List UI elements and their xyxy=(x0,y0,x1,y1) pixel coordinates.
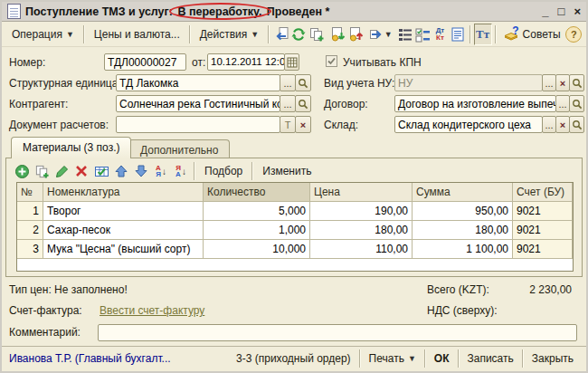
sort-descending-button[interactable]: ЯА ↓ xyxy=(171,162,191,180)
warehouse-clear-button[interactable]: × xyxy=(555,116,570,133)
sort-ascending-button[interactable]: АЯ ↓ xyxy=(151,162,171,180)
close-button[interactable]: Закрыть xyxy=(526,349,579,368)
debit-credit-button[interactable]: Дт Кт xyxy=(432,24,449,45)
post-document-button[interactable] xyxy=(329,24,346,45)
table-row[interactable]: 2 Сахар-песок 1,000 180,00 180,00 9021 xyxy=(17,221,573,240)
refresh-icon xyxy=(290,26,307,43)
toolbar-separator xyxy=(458,349,460,368)
cell-sum: 1 100,00 xyxy=(413,240,513,259)
add-icon xyxy=(14,164,30,179)
edit-row-button[interactable] xyxy=(52,162,71,180)
contract-open-button[interactable] xyxy=(569,95,584,112)
tips-label: Советы xyxy=(523,28,561,41)
tab-materials[interactable]: Материалы (3 поз.) xyxy=(11,137,131,158)
maximize-icon[interactable]: □ xyxy=(558,5,565,19)
title-highlight: В переработку. xyxy=(177,5,261,18)
total-label: Всего (KZT): xyxy=(427,283,489,296)
tips-button[interactable]: ? Советы xyxy=(499,25,565,43)
pick-button[interactable]: Подбор xyxy=(198,162,249,180)
enter-invoice-link[interactable]: Ввести счет-фактуру xyxy=(100,304,204,317)
structure-icon xyxy=(397,26,413,43)
nu-open-button[interactable] xyxy=(569,74,584,91)
tips-icon: ? xyxy=(504,27,519,42)
kpn-checkbox[interactable] xyxy=(326,55,337,67)
save-button[interactable]: Записать xyxy=(462,349,519,368)
ellipsis-icon: ... xyxy=(545,120,553,130)
copy-button[interactable] xyxy=(308,24,325,45)
structure-button[interactable] xyxy=(396,24,413,45)
reread-icon xyxy=(273,26,289,43)
col-header-quantity[interactable]: Количество xyxy=(204,183,310,202)
document-list-icon xyxy=(450,26,466,43)
toolbar-separator xyxy=(194,162,195,180)
warehouse-open-button[interactable] xyxy=(569,116,584,133)
struct-unit-field[interactable]: ТД Лакомка xyxy=(116,74,280,91)
settlement-doc-field[interactable] xyxy=(116,116,280,133)
number-label: Номер: xyxy=(9,56,45,69)
move-down-button[interactable] xyxy=(131,162,151,180)
operation-menu-button[interactable]: Операция ▼ xyxy=(5,25,81,43)
table-header-row: № Номенклатура Количество Цена Сумма Сче… xyxy=(17,183,573,202)
close-icon[interactable]: × xyxy=(574,5,581,19)
unpost-document-button[interactable] xyxy=(346,24,364,45)
document-list-button[interactable] xyxy=(449,24,466,45)
tab-additional[interactable]: Дополнительно xyxy=(128,139,230,158)
counterparty-open-button[interactable] xyxy=(295,95,311,112)
struct-unit-open-button[interactable] xyxy=(295,74,311,91)
move-up-button[interactable] xyxy=(111,162,131,180)
ok-button[interactable]: ОК xyxy=(429,349,455,368)
totals-toggle-button[interactable]: Тт xyxy=(474,24,492,45)
col-header-sum[interactable]: Сумма xyxy=(413,183,513,202)
date-field[interactable]: 10.12.2011 12:00:00 xyxy=(207,53,285,71)
cell-quantity: 1,000 xyxy=(204,221,310,240)
print-button[interactable]: Печать ▼ xyxy=(364,349,422,368)
number-field[interactable]: ТДЛ00000027 xyxy=(104,53,186,71)
cell-nomenclature: Творог xyxy=(43,202,204,221)
go-to-button[interactable]: ▼ xyxy=(368,24,393,45)
col-header-price[interactable]: Цена xyxy=(310,183,413,202)
end-edit-button[interactable] xyxy=(91,162,111,180)
contract-select-button[interactable]: ... xyxy=(555,95,570,112)
reread-button[interactable] xyxy=(272,24,289,45)
copy-row-button[interactable] xyxy=(32,162,52,180)
struct-unit-select-button[interactable]: ... xyxy=(280,74,296,91)
table-row[interactable]: 1 Творог 5,000 190,00 950,00 9021 xyxy=(17,202,573,221)
table-row[interactable]: 3 Мука "Цесна" (высший сорт) 10,000 110,… xyxy=(17,240,573,259)
delete-row-button[interactable] xyxy=(71,162,91,180)
nu-field[interactable]: НУ xyxy=(394,74,543,91)
change-button[interactable]: Изменить xyxy=(256,162,318,180)
counterparty-field[interactable]: Солнечная река Гостиничный компл xyxy=(116,95,280,112)
responsible-link[interactable]: Иванова Т.Р. (Главный бухгалт... xyxy=(9,352,171,365)
col-header-nomenclature[interactable]: Номенклатура xyxy=(43,183,204,202)
settlement-doc-label: Документ расчетов: xyxy=(9,119,109,131)
refresh-button[interactable] xyxy=(290,24,308,45)
counterparty-select-button[interactable]: ... xyxy=(280,95,296,112)
warehouse-field[interactable]: Склад кондитерского цеха xyxy=(394,116,543,133)
add-row-button[interactable] xyxy=(12,162,32,180)
nu-clear-button[interactable]: × xyxy=(555,74,570,91)
end-edit-icon xyxy=(94,164,109,179)
nu-select-button[interactable]: ... xyxy=(542,74,556,91)
tips-question-mark: ? xyxy=(512,24,518,37)
col-header-account[interactable]: Счет (БУ) xyxy=(513,183,573,202)
properties-button[interactable] xyxy=(413,24,431,45)
cell-nomenclature: Мука "Цесна" (высший сорт) xyxy=(43,240,204,259)
col-header-line-no[interactable]: № xyxy=(17,183,43,202)
help-button[interactable]: ? xyxy=(565,24,583,45)
counterparty-label: Контрагент: xyxy=(9,98,68,110)
status-bar: Иванова Т.Р. (Главный бухгалт... 3-3 (пр… xyxy=(2,346,586,370)
post-document-icon xyxy=(329,26,346,43)
pencil-icon xyxy=(54,164,70,179)
settlement-doc-clear-button[interactable]: × xyxy=(295,116,311,133)
print-order-button[interactable]: 3-3 (приходный ордер) xyxy=(231,349,356,368)
actions-menu-button[interactable]: Действия ▼ xyxy=(194,25,266,43)
warehouse-select-button[interactable]: ... xyxy=(542,116,556,133)
settlement-doc-text-button[interactable]: T xyxy=(280,116,296,133)
comment-input[interactable] xyxy=(98,324,577,341)
prices-currency-button[interactable]: Цены и валюта... xyxy=(88,25,186,43)
minimize-icon[interactable]: _ xyxy=(542,5,548,19)
materials-table: № Номенклатура Количество Цена Сумма Сче… xyxy=(16,182,574,272)
calendar-button[interactable] xyxy=(284,53,299,71)
arrow-down-icon xyxy=(134,164,148,178)
contract-field[interactable]: Договор на изготовление выпечки xyxy=(394,95,556,112)
